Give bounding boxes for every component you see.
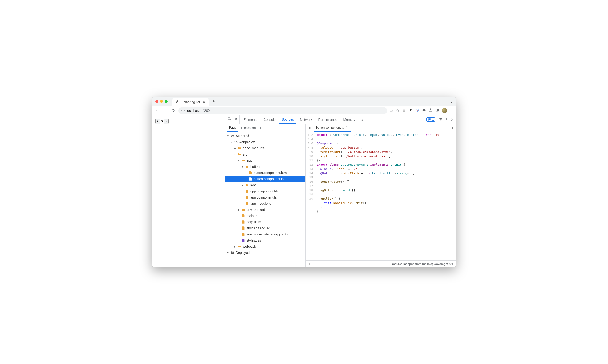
tree-file-app-module[interactable]: app.module.ts xyxy=(225,200,305,207)
devtools-close-icon[interactable]: ✕ xyxy=(451,118,454,121)
tree-environments[interactable]: ▶ environments xyxy=(225,207,305,213)
tree-node-modules[interactable]: ▶ node_modules xyxy=(225,145,305,151)
tree-file-styles[interactable]: styles.css xyxy=(225,237,305,244)
tab-elements[interactable]: Elements xyxy=(241,115,259,124)
nav-back-button[interactable]: ← xyxy=(154,108,160,114)
tree-label: polyfills.ts xyxy=(246,220,261,224)
toggle-navigator-icon[interactable]: ◧ xyxy=(308,126,312,130)
tree-label: webpack xyxy=(243,245,256,248)
tab-console[interactable]: Console xyxy=(261,115,278,124)
editor-tab[interactable]: button.component.ts ✕ xyxy=(314,124,351,132)
extension-icon-2[interactable] xyxy=(409,108,413,113)
svg-point-4 xyxy=(411,109,412,110)
close-file-button[interactable]: ✕ xyxy=(346,126,349,129)
close-window-button[interactable] xyxy=(155,100,158,103)
extension-icon-3[interactable] xyxy=(415,108,419,113)
sources-subtabs: Page Filesystem » ⋮ xyxy=(225,124,305,132)
tree-file-zone[interactable]: zone-async-stack-tagging.ts xyxy=(225,231,305,237)
browser-toolbar: ← → ⟳ ⓘ localhost:4200 ☆ ⋮ xyxy=(152,106,456,115)
tree-label: label xyxy=(250,183,258,187)
pretty-print-icon[interactable]: { } xyxy=(309,262,314,266)
inspect-element-icon[interactable] xyxy=(228,117,232,122)
tree-label: styles.css?231c xyxy=(246,226,270,230)
tree-file-app-html[interactable]: app.component.html xyxy=(225,188,305,194)
tree-label: environments xyxy=(246,208,266,211)
svg-rect-10 xyxy=(236,118,237,120)
tree-label: Authored xyxy=(236,134,249,138)
editor-tabs: ◧ button.component.ts ✕ ◨ xyxy=(306,124,456,132)
url-host: localhost xyxy=(186,109,199,113)
subtab-filesystem[interactable]: Filesystem xyxy=(239,124,258,132)
minimize-window-button[interactable] xyxy=(160,100,163,103)
tree-label: webpack:// xyxy=(239,140,255,144)
status-text: (source mapped from main.js) Coverage: n… xyxy=(392,262,453,266)
tree-label: Deployed xyxy=(236,251,250,255)
url-port: :4200 xyxy=(201,109,210,113)
tree-webpack-dir[interactable]: ▶ webpack xyxy=(225,244,305,250)
tree-src[interactable]: ▼ src xyxy=(225,151,305,157)
svg-rect-6 xyxy=(436,109,439,111)
share-icon[interactable] xyxy=(389,108,393,113)
site-info-icon[interactable]: ⓘ xyxy=(181,108,185,113)
extension-icon-1[interactable] xyxy=(402,108,406,113)
source-map-link[interactable]: main.js xyxy=(422,262,432,266)
tree-file-button-html[interactable]: button.component.html xyxy=(225,170,305,176)
extensions-puzzle-icon[interactable] xyxy=(422,108,426,113)
side-panel-icon[interactable] xyxy=(435,108,439,113)
tree-label: styles.css xyxy=(246,238,261,242)
tree-label: zone-async-stack-tagging.ts xyxy=(246,232,288,236)
code-area[interactable]: 1 2 3 4 5 6 7 8 9 10 11 12 13 14 15 16 1… xyxy=(306,132,456,260)
code-editor: ◧ button.component.ts ✕ ◨ 1 2 3 4 5 6 7 … xyxy=(306,124,456,267)
subtab-overflow[interactable]: » xyxy=(259,126,261,130)
navigator-menu-icon[interactable]: ⋮ xyxy=(300,126,304,130)
new-tab-button[interactable]: + xyxy=(211,99,217,104)
reload-button[interactable]: ⟳ xyxy=(170,108,176,114)
tree-file-styles-q[interactable]: styles.css?231c xyxy=(225,225,305,231)
tab-sources[interactable]: Sources xyxy=(279,115,296,124)
toggle-debugger-icon[interactable]: ◨ xyxy=(450,126,454,130)
tree-app[interactable]: ▼ app xyxy=(225,157,305,164)
tree-label: button xyxy=(250,165,259,169)
tree-authored[interactable]: ▼ Authored xyxy=(225,133,305,139)
tree-file-app-ts[interactable]: app.component.ts xyxy=(225,194,305,200)
tree-label: main.ts xyxy=(246,214,257,218)
tree-label: app xyxy=(246,159,252,162)
settings-gear-icon[interactable] xyxy=(438,117,442,122)
maximize-window-button[interactable] xyxy=(165,100,168,103)
browser-tab[interactable]: DemoAngular ✕ xyxy=(172,98,209,106)
tree-webpack[interactable]: ▼ webpack:// xyxy=(225,139,305,145)
profile-avatar[interactable] xyxy=(442,108,447,113)
address-bar[interactable]: ⓘ localhost:4200 xyxy=(179,107,387,114)
line-gutter: 1 2 3 4 5 6 7 8 9 10 11 12 13 14 15 16 1… xyxy=(306,132,315,260)
labs-flask-icon[interactable] xyxy=(428,108,432,113)
tab-memory[interactable]: Memory xyxy=(341,115,358,124)
tab-network[interactable]: Network xyxy=(298,115,314,124)
tree-label: app.component.html xyxy=(250,189,280,193)
counter-decrement-button[interactable]: - xyxy=(164,119,168,124)
tree-deployed[interactable]: ▼ Deployed xyxy=(225,250,305,256)
tree-label: button.component.html xyxy=(254,171,287,175)
devtools-menu-icon[interactable]: ⋮ xyxy=(445,118,448,121)
tree-file-button-ts[interactable]: button.component.ts xyxy=(225,176,305,182)
bookmark-star-icon[interactable]: ☆ xyxy=(396,108,399,113)
tree-label: src xyxy=(243,153,247,156)
subtab-page[interactable]: Page xyxy=(227,124,238,132)
tree-file-main[interactable]: main.ts xyxy=(225,213,305,219)
nav-forward-button[interactable]: → xyxy=(162,108,168,114)
tab-performance[interactable]: Performance xyxy=(316,115,339,124)
tabs-dropdown-button[interactable]: ⌄ xyxy=(450,99,453,104)
editor-tab-label: button.component.ts xyxy=(316,126,344,129)
code-content[interactable]: import { Component, OnInit, Input, Outpu… xyxy=(315,132,456,260)
content-area: + 0 - Elements Console Sources Network P… xyxy=(152,115,456,267)
tree-label-folder[interactable]: ▶ label xyxy=(225,182,305,188)
tree-button-folder[interactable]: ▼ button xyxy=(225,164,305,170)
tab-overflow[interactable]: » xyxy=(359,115,366,124)
devtools-panel: Elements Console Sources Network Perform… xyxy=(225,115,456,267)
close-tab-button[interactable]: ✕ xyxy=(203,100,206,104)
tree-file-polyfills[interactable]: polyfills.ts xyxy=(225,219,305,225)
counter-increment-button[interactable]: + xyxy=(155,119,160,124)
svg-point-1 xyxy=(403,109,404,110)
issues-button[interactable]: 1 xyxy=(427,117,435,122)
device-toolbar-icon[interactable] xyxy=(233,117,237,122)
browser-menu-icon[interactable]: ⋮ xyxy=(450,108,454,113)
